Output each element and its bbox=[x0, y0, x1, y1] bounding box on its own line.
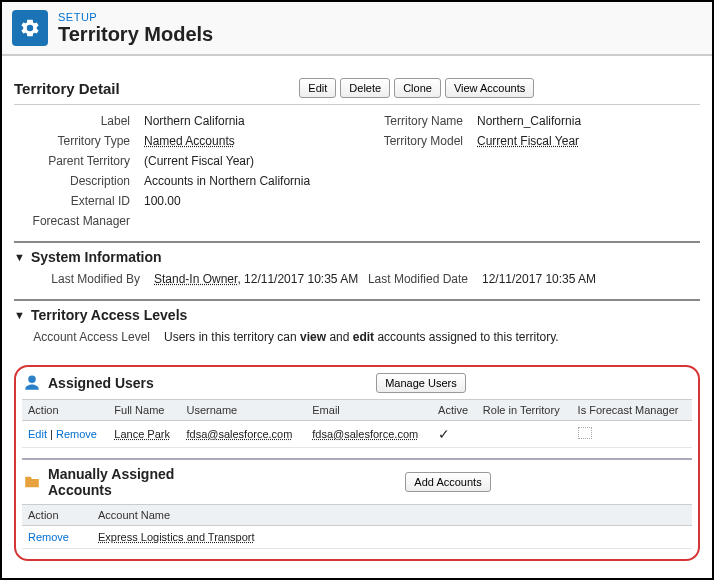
col-fullname: Full Name bbox=[108, 400, 180, 421]
col-fcmgr: Is Forecast Manager bbox=[572, 400, 692, 421]
ext-value: 100.00 bbox=[144, 194, 181, 208]
system-info-section[interactable]: ▼ System Information bbox=[14, 243, 700, 269]
highlighted-section: Assigned Users Manage Users Action Full … bbox=[14, 365, 700, 561]
gear-icon bbox=[12, 10, 48, 46]
manual-accounts-heading: Manually Assigned Accounts bbox=[48, 466, 208, 498]
parent-label: Parent Territory bbox=[14, 154, 144, 168]
tname-label: Territory Name bbox=[357, 114, 477, 128]
user-email-link[interactable]: fdsa@salesforce.com bbox=[312, 428, 418, 440]
lmd-label: Last Modified Date bbox=[362, 272, 482, 286]
page-header: SETUP Territory Models bbox=[2, 2, 712, 56]
col-active: Active bbox=[432, 400, 477, 421]
remove-link[interactable]: Remove bbox=[56, 428, 97, 440]
access-levels-section[interactable]: ▼ Territory Access Levels bbox=[14, 301, 700, 327]
assigned-users-heading: Assigned Users bbox=[48, 375, 154, 391]
table-row: Remove Express Logistics and Transport bbox=[22, 526, 692, 549]
label-label: Label bbox=[14, 114, 144, 128]
col-action: Action bbox=[22, 400, 108, 421]
label-value: Northern California bbox=[144, 114, 245, 128]
table-row: Edit | Remove Lance Park fdsa@salesforce… bbox=[22, 421, 692, 448]
col-action: Action bbox=[22, 505, 92, 526]
territory-type-link[interactable]: Named Accounts bbox=[144, 134, 235, 148]
delete-button[interactable]: Delete bbox=[340, 78, 390, 98]
add-accounts-button[interactable]: Add Accounts bbox=[405, 472, 490, 492]
edit-button[interactable]: Edit bbox=[299, 78, 336, 98]
role-cell bbox=[477, 421, 572, 448]
manage-users-button[interactable]: Manage Users bbox=[376, 373, 466, 393]
col-email: Email bbox=[306, 400, 432, 421]
user-username-link[interactable]: fdsa@salesforce.com bbox=[186, 428, 292, 440]
clone-button[interactable]: Clone bbox=[394, 78, 441, 98]
assigned-users-table: Action Full Name Username Email Active R… bbox=[22, 399, 692, 448]
edit-link[interactable]: Edit bbox=[28, 428, 47, 440]
user-icon bbox=[22, 373, 42, 393]
parent-value: (Current Fiscal Year) bbox=[144, 154, 254, 168]
col-username: Username bbox=[180, 400, 306, 421]
tmodel-label: Territory Model bbox=[357, 134, 477, 148]
col-role: Role in Territory bbox=[477, 400, 572, 421]
triangle-down-icon: ▼ bbox=[14, 309, 25, 321]
user-fullname-link[interactable]: Lance Park bbox=[114, 428, 170, 440]
ext-label: External ID bbox=[14, 194, 144, 208]
triangle-down-icon: ▼ bbox=[14, 251, 25, 263]
territory-model-link[interactable]: Current Fiscal Year bbox=[477, 134, 579, 148]
tname-value: Northern_California bbox=[477, 114, 581, 128]
access-label: Account Access Level bbox=[24, 330, 164, 344]
fcmgr-cell bbox=[572, 421, 692, 448]
desc-label: Description bbox=[14, 174, 144, 188]
remove-link[interactable]: Remove bbox=[28, 531, 69, 543]
lmb-time: , 12/11/2017 10:35 AM bbox=[237, 272, 358, 286]
lmb-user-link[interactable]: Stand-In Owner bbox=[154, 272, 237, 286]
desc-value: Accounts in Northern California bbox=[144, 174, 310, 188]
col-account: Account Name bbox=[92, 505, 692, 526]
account-name-link[interactable]: Express Logistics and Transport bbox=[98, 531, 255, 543]
page-title: Territory Models bbox=[58, 23, 213, 46]
lmd-value: 12/11/2017 10:35 AM bbox=[482, 272, 596, 286]
lmb-label: Last Modified By bbox=[24, 272, 154, 286]
view-accounts-button[interactable]: View Accounts bbox=[445, 78, 534, 98]
fm-label: Forecast Manager bbox=[14, 214, 144, 228]
access-heading: Territory Access Levels bbox=[31, 307, 187, 323]
sysinfo-heading: System Information bbox=[31, 249, 162, 265]
detail-heading: Territory Detail bbox=[14, 80, 120, 97]
access-value: Users in this territory can view and edi… bbox=[164, 330, 559, 344]
folder-icon bbox=[22, 472, 42, 492]
breadcrumb: SETUP bbox=[58, 11, 213, 23]
active-check: ✓ bbox=[432, 421, 477, 448]
type-label: Territory Type bbox=[14, 134, 144, 148]
manual-accounts-table: Action Account Name Remove Express Logis… bbox=[22, 504, 692, 549]
